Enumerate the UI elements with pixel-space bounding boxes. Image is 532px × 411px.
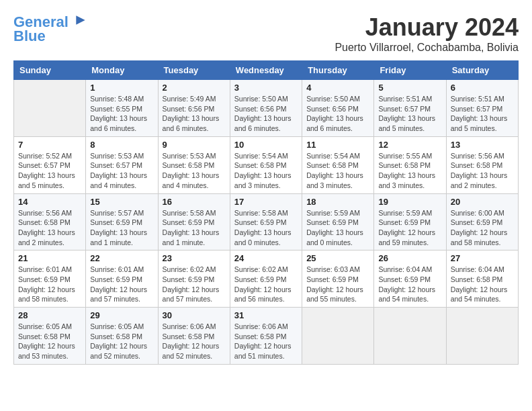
day-info: Sunrise: 6:06 AM Sunset: 6:58 PM Dayligh… <box>234 322 298 361</box>
calendar-cell: 20Sunrise: 6:00 AM Sunset: 6:59 PM Dayli… <box>446 193 518 250</box>
calendar-cell: 17Sunrise: 5:58 AM Sunset: 6:59 PM Dayli… <box>230 193 302 250</box>
day-number: 18 <box>306 197 369 207</box>
week-row-3: 14Sunrise: 5:56 AM Sunset: 6:58 PM Dayli… <box>14 193 519 250</box>
day-info: Sunrise: 5:59 AM Sunset: 6:59 PM Dayligh… <box>306 208 369 248</box>
calendar-cell: 8Sunrise: 5:53 AM Sunset: 6:57 PM Daylig… <box>86 136 158 193</box>
day-number: 11 <box>306 140 369 150</box>
day-info: Sunrise: 5:56 AM Sunset: 6:58 PM Dayligh… <box>18 208 81 248</box>
calendar-cell: 1Sunrise: 5:48 AM Sunset: 6:55 PM Daylig… <box>86 80 158 137</box>
day-number: 12 <box>378 140 441 150</box>
day-number: 22 <box>90 253 153 263</box>
calendar-cell: 14Sunrise: 5:56 AM Sunset: 6:58 PM Dayli… <box>14 193 86 250</box>
calendar-cell <box>374 308 446 365</box>
week-row-5: 28Sunrise: 6:05 AM Sunset: 6:58 PM Dayli… <box>14 308 519 365</box>
day-number: 27 <box>451 253 514 263</box>
day-number: 26 <box>378 253 441 263</box>
calendar-cell: 11Sunrise: 5:54 AM Sunset: 6:58 PM Dayli… <box>302 136 374 193</box>
day-number: 9 <box>163 140 226 150</box>
day-number: 10 <box>234 140 298 150</box>
day-number: 20 <box>451 197 514 207</box>
day-info: Sunrise: 6:00 AM Sunset: 6:59 PM Dayligh… <box>451 208 514 248</box>
title-block: January 2024 Puerto Villarroel, Cochabam… <box>335 13 519 54</box>
day-info: Sunrise: 5:54 AM Sunset: 6:58 PM Dayligh… <box>306 151 369 191</box>
calendar-cell: 26Sunrise: 6:04 AM Sunset: 6:59 PM Dayli… <box>374 250 446 308</box>
calendar-cell: 12Sunrise: 5:55 AM Sunset: 6:58 PM Dayli… <box>374 136 446 193</box>
calendar-cell: 25Sunrise: 6:03 AM Sunset: 6:59 PM Dayli… <box>302 250 374 308</box>
calendar-cell: 6Sunrise: 5:51 AM Sunset: 6:57 PM Daylig… <box>446 80 518 137</box>
day-info: Sunrise: 5:48 AM Sunset: 6:55 PM Dayligh… <box>90 94 153 134</box>
day-number: 28 <box>18 310 81 320</box>
calendar-cell: 24Sunrise: 6:02 AM Sunset: 6:59 PM Dayli… <box>230 250 302 308</box>
calendar-cell: 28Sunrise: 6:05 AM Sunset: 6:58 PM Dayli… <box>14 308 86 365</box>
day-info: Sunrise: 6:03 AM Sunset: 6:59 PM Dayligh… <box>306 265 369 304</box>
day-number: 31 <box>234 310 298 320</box>
calendar-header-row: SundayMondayTuesdayWednesdayThursdayFrid… <box>14 61 519 80</box>
calendar-cell: 19Sunrise: 5:59 AM Sunset: 6:59 PM Dayli… <box>374 193 446 250</box>
day-info: Sunrise: 5:58 AM Sunset: 6:59 PM Dayligh… <box>163 208 226 248</box>
day-info: Sunrise: 6:06 AM Sunset: 6:58 PM Dayligh… <box>163 322 226 361</box>
day-number: 17 <box>234 197 298 207</box>
calendar-cell: 23Sunrise: 6:02 AM Sunset: 6:59 PM Dayli… <box>158 250 230 308</box>
calendar-cell: 21Sunrise: 6:01 AM Sunset: 6:59 PM Dayli… <box>14 250 86 308</box>
page-header: General Blue January 2024 Puerto Villarr… <box>13 13 519 54</box>
day-info: Sunrise: 6:04 AM Sunset: 6:59 PM Dayligh… <box>378 265 441 304</box>
calendar-cell <box>446 308 518 365</box>
day-info: Sunrise: 5:57 AM Sunset: 6:59 PM Dayligh… <box>90 208 153 248</box>
day-info: Sunrise: 5:50 AM Sunset: 6:56 PM Dayligh… <box>234 94 298 134</box>
day-number: 30 <box>163 310 226 320</box>
calendar-cell: 29Sunrise: 6:05 AM Sunset: 6:58 PM Dayli… <box>86 308 158 365</box>
calendar-cell: 22Sunrise: 6:01 AM Sunset: 6:59 PM Dayli… <box>86 250 158 308</box>
day-number: 29 <box>90 310 153 320</box>
week-row-4: 21Sunrise: 6:01 AM Sunset: 6:59 PM Dayli… <box>14 250 519 308</box>
calendar-cell: 30Sunrise: 6:06 AM Sunset: 6:58 PM Dayli… <box>158 308 230 365</box>
day-number: 25 <box>306 253 369 263</box>
day-info: Sunrise: 5:55 AM Sunset: 6:58 PM Dayligh… <box>378 151 441 191</box>
calendar-table: SundayMondayTuesdayWednesdayThursdayFrid… <box>13 60 519 365</box>
calendar-cell: 4Sunrise: 5:50 AM Sunset: 6:56 PM Daylig… <box>302 80 374 137</box>
calendar-cell <box>14 80 86 137</box>
day-header-tuesday: Tuesday <box>158 61 230 80</box>
day-info: Sunrise: 5:49 AM Sunset: 6:56 PM Dayligh… <box>163 94 226 134</box>
calendar-cell: 16Sunrise: 5:58 AM Sunset: 6:59 PM Dayli… <box>158 193 230 250</box>
week-row-1: 1Sunrise: 5:48 AM Sunset: 6:55 PM Daylig… <box>14 80 519 137</box>
day-info: Sunrise: 5:58 AM Sunset: 6:59 PM Dayligh… <box>234 208 298 248</box>
calendar-cell <box>302 308 374 365</box>
day-info: Sunrise: 6:05 AM Sunset: 6:58 PM Dayligh… <box>90 322 153 361</box>
calendar-cell: 10Sunrise: 5:54 AM Sunset: 6:58 PM Dayli… <box>230 136 302 193</box>
day-info: Sunrise: 5:51 AM Sunset: 6:57 PM Dayligh… <box>378 94 441 134</box>
day-info: Sunrise: 5:53 AM Sunset: 6:57 PM Dayligh… <box>90 151 153 191</box>
day-number: 5 <box>378 83 441 93</box>
day-number: 2 <box>163 83 226 93</box>
day-number: 14 <box>18 197 81 207</box>
month-title: January 2024 <box>335 13 519 42</box>
day-number: 3 <box>234 83 298 93</box>
calendar-cell: 2Sunrise: 5:49 AM Sunset: 6:56 PM Daylig… <box>158 80 230 137</box>
day-info: Sunrise: 5:56 AM Sunset: 6:58 PM Dayligh… <box>451 151 514 191</box>
calendar-cell: 18Sunrise: 5:59 AM Sunset: 6:59 PM Dayli… <box>302 193 374 250</box>
day-info: Sunrise: 6:01 AM Sunset: 6:59 PM Dayligh… <box>18 265 81 304</box>
day-number: 8 <box>90 140 153 150</box>
day-info: Sunrise: 5:52 AM Sunset: 6:57 PM Dayligh… <box>18 151 81 191</box>
calendar-cell: 13Sunrise: 5:56 AM Sunset: 6:58 PM Dayli… <box>446 136 518 193</box>
calendar-cell: 31Sunrise: 6:06 AM Sunset: 6:58 PM Dayli… <box>230 308 302 365</box>
logo: General Blue <box>13 13 87 45</box>
day-info: Sunrise: 6:04 AM Sunset: 6:58 PM Dayligh… <box>451 265 514 304</box>
day-number: 1 <box>90 83 153 93</box>
day-number: 21 <box>18 253 81 263</box>
day-number: 23 <box>163 253 226 263</box>
svg-marker-0 <box>76 15 85 24</box>
day-number: 13 <box>451 140 514 150</box>
day-number: 19 <box>378 197 441 207</box>
day-info: Sunrise: 5:54 AM Sunset: 6:58 PM Dayligh… <box>234 151 298 191</box>
day-info: Sunrise: 6:02 AM Sunset: 6:59 PM Dayligh… <box>163 265 226 304</box>
calendar-cell: 9Sunrise: 5:53 AM Sunset: 6:58 PM Daylig… <box>158 136 230 193</box>
day-number: 7 <box>18 140 81 150</box>
calendar-cell: 3Sunrise: 5:50 AM Sunset: 6:56 PM Daylig… <box>230 80 302 137</box>
day-header-monday: Monday <box>86 61 158 80</box>
day-number: 4 <box>306 83 369 93</box>
day-number: 24 <box>234 253 298 263</box>
day-info: Sunrise: 6:01 AM Sunset: 6:59 PM Dayligh… <box>90 265 153 304</box>
day-header-thursday: Thursday <box>302 61 374 80</box>
day-info: Sunrise: 5:53 AM Sunset: 6:58 PM Dayligh… <box>163 151 226 191</box>
day-info: Sunrise: 6:05 AM Sunset: 6:58 PM Dayligh… <box>18 322 81 361</box>
